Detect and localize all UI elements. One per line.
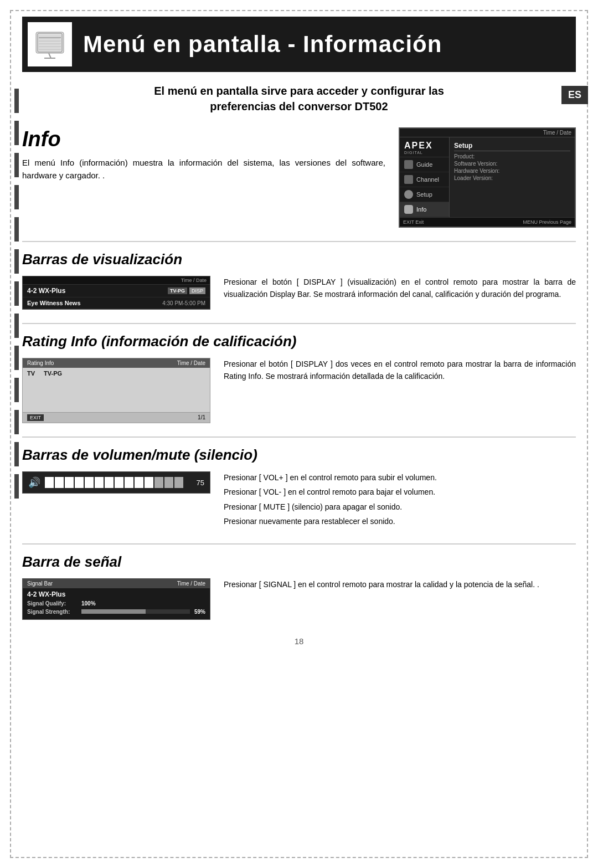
info-section: Info El menú Info (información) muestra … [22,127,576,228]
vol-bar-1 [55,477,64,488]
exit-btn: EXIT [27,414,44,421]
vol-bars [45,477,189,488]
rating-info-heading: Rating Info (información de calificación… [22,333,576,350]
svg-line-6 [49,53,51,58]
signal-body: 4-2 WX-Plus Signal Qualify: 100% Signal … [23,588,210,619]
apex-menu-info: Info [400,202,449,217]
left-accent-bars [14,89,20,835]
db-channel-row: 4-2 WX-Plus TV-PG DISP [23,285,210,297]
volume-icon: 🔊 [28,476,40,489]
signal-bar-outer [81,609,190,614]
barras-visualizacion-desc: Presionar el botón [ DISPLAY ] (visualiz… [224,276,576,301]
apex-logo: APEX DIGITAL [400,137,449,157]
barras-volumen-section: Barras de volumen/mute (silencio) 🔊 75 P… [22,436,576,530]
apex-menu-setup: Setup [400,187,449,202]
es-badge: ES [561,86,588,104]
vol-bar-5 [95,477,104,488]
db-program-row: Eye Witness News 4:30 PM-5:00 PM [23,297,210,309]
volume-mock: 🔊 75 [22,471,210,494]
vol-bar-7 [115,477,123,488]
main-content: Info El menú Info (información) muestra … [22,127,576,620]
vol-bar-2 [65,477,74,488]
vol-bar-4 [85,477,94,488]
vol-bar-11 [154,477,163,488]
vol-desc-line-2: Presionar [ MUTE ] (silencio) para apaga… [224,501,576,513]
apex-screen-body: APEX DIGITAL Guide Channel [400,137,575,217]
vol-desc-line-1: Presionar [ VOL- ] en el control remoto … [224,486,576,498]
rating-tv-row: TV TV-PG [27,370,205,377]
vol-number: 75 [197,479,204,487]
vol-desc-line-0: Presionar [ VOL+ ] en el control remoto … [224,471,576,484]
signal-bar-inner [81,609,146,614]
apex-sidebar: APEX DIGITAL Guide Channel [400,137,450,217]
barras-visualizacion-section: Barras de visualización Time / Date 4-2 … [22,241,576,310]
vol-bar-9 [135,477,143,488]
subtitle: El menú en pantalla sirve para acceder y… [22,83,576,114]
barras-visualizacion-heading: Barras de visualización [22,251,576,268]
vol-bar-3 [75,477,84,488]
rating-info-desc: Presionar el botón [ DISPLAY ] dos veces… [224,358,576,383]
apex-menu-channel: Channel [400,172,449,187]
rating-body: TV TV-PG [23,368,210,412]
page-number: 18 [22,636,576,646]
header-icon [28,22,72,66]
display-bar-mock: Time / Date 4-2 WX-Plus TV-PG DISP Eye W… [22,276,210,310]
apex-topbar: Time / Date [400,129,575,137]
rating-topbar: Rating Info Time / Date [23,358,210,368]
rating-bottom: EXIT 1/1 [23,412,210,423]
page-container: ES [0,0,598,868]
vol-bar-6 [105,477,114,488]
vol-bar-0 [45,477,54,488]
signal-strength-row: Signal Strength: 59% [27,609,205,615]
db-rating: TV-PG [168,287,187,294]
barra-senal-heading: Barra de señal [22,553,576,571]
signal-mock: Signal Bar Time / Date 4-2 WX-Plus Signa… [22,578,210,620]
vol-bar-8 [125,477,133,488]
header-title: Menú en pantalla - Información [83,31,442,58]
vol-desc-line-3: Presionar nuevamente para restablecer el… [224,515,576,527]
vol-bar-12 [164,477,173,488]
signal-topbar: Signal Bar Time / Date [23,579,210,588]
apex-screen: Time / Date APEX DIGITAL Guide [399,127,576,228]
barras-volumen-heading: Barras de volumen/mute (silencio) [22,446,576,464]
signal-channel: 4-2 WX-Plus [27,590,205,598]
header: Menú en pantalla - Información [22,17,576,72]
rating-info-section: Rating Info (información de calificación… [22,323,576,423]
apex-menu-guide: Guide [400,157,449,172]
barra-senal-section: Barra de señal Signal Bar Time / Date 4-… [22,543,576,620]
vol-bar-13 [174,477,183,488]
signal-qualify-row: Signal Qualify: 100% [27,600,205,607]
info-title: Info [22,127,385,151]
rating-mock: Rating Info Time / Date TV TV-PG EXIT 1/… [22,358,210,423]
apex-bottom-bar: EXIT Exit MENU Previous Page [400,217,575,227]
rating-info-row: Rating Info Time / Date TV TV-PG EXIT 1/… [22,358,576,423]
barra-senal-desc: Presionar [ SIGNAL ] en el control remot… [224,578,576,590]
db-topbar: Time / Date [23,276,210,285]
barras-visualizacion-row: Time / Date 4-2 WX-Plus TV-PG DISP Eye W… [22,276,576,310]
page-indicator: 1/1 [198,414,205,421]
barras-volumen-desc: Presionar [ VOL+ ] en el control remoto … [224,471,576,530]
info-text-block: Info El menú Info (información) muestra … [22,127,385,182]
info-description: El menú Info (información) muestra la in… [22,157,385,182]
barras-volumen-row: 🔊 75 Presionar [ VOL+ ] en el control re… [22,471,576,530]
vol-bar-10 [145,477,153,488]
apex-main-area: Setup Product: Software Version: Hardwar… [450,137,575,217]
db-disp: DISP [189,287,205,294]
barra-senal-row: Signal Bar Time / Date 4-2 WX-Plus Signa… [22,578,576,620]
